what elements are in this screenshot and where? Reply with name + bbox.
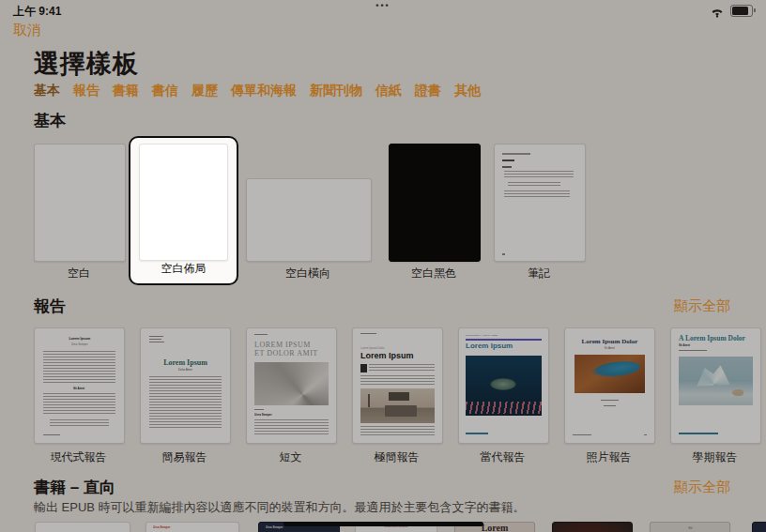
template-blank-black[interactable] [389, 144, 481, 262]
template-label: 學期報告 [670, 449, 759, 465]
template-minimalist-report[interactable]: Lorem Ipsum Dolor Lorem Ipsum [352, 327, 443, 444]
text-lines [254, 419, 329, 435]
doc-title: Lorem Ipsum [360, 351, 414, 360]
template-label: 極簡報告 [352, 449, 441, 465]
template-photo-report[interactable]: Lorem Ipsum Dolor Sit Amet [564, 327, 655, 444]
cover-title: Ursa Semper [153, 525, 182, 531]
text-lines [502, 166, 512, 168]
text-lines [254, 334, 268, 335]
text-lines [508, 182, 560, 188]
text-lines [254, 409, 264, 410]
text-lines [149, 339, 161, 340]
doc-subtitle: Sit Amet [565, 346, 654, 352]
text-lines [50, 419, 109, 427]
template-label: 空白 [34, 266, 124, 281]
template-label: 空白黑色 [389, 266, 479, 281]
doc-subtitle: Dolor Amet [141, 368, 230, 373]
page-title: 選擇樣板 [34, 47, 139, 81]
doc-subtitle: Urna Semper [35, 342, 124, 348]
template-label: 空白橫向 [246, 266, 370, 281]
text-lines [504, 190, 570, 199]
section-title-basic: 基本 [34, 110, 66, 131]
template-term-paper[interactable]: A Lorem Ipsum Dolor Sit Amet [670, 327, 761, 444]
tab-other[interactable]: 其他 [454, 83, 481, 99]
tab-reports[interactable]: 報告 [73, 83, 100, 99]
text-lines [502, 153, 530, 155]
category-tab-bar: 基本 報告 書籍 書信 履歷 傳單和海報 新聞刊物 信紙 證書 其他 [34, 83, 481, 99]
cancel-button[interactable]: 取消 [13, 22, 41, 39]
show-all-books-button[interactable]: 顯示全部 [674, 479, 730, 496]
text-lines [502, 160, 514, 161]
battery-icon [730, 5, 753, 17]
text-lines [679, 433, 718, 434]
template-essay[interactable]: LOREM IPSUM ET DOLOR AMIT Urna Semper [246, 327, 337, 444]
interior-photo [360, 388, 435, 423]
book-cover-blank[interactable] [35, 522, 130, 532]
doc-heading: Sit Amet [35, 387, 124, 392]
tab-flyers-posters[interactable]: 傳單和海報 [231, 83, 297, 99]
text-lines [360, 426, 435, 437]
section-title-reports: 報告 [34, 296, 66, 317]
book-cover-photo[interactable] [552, 522, 633, 532]
text-lines [466, 433, 488, 434]
tab-resumes[interactable]: 履歷 [192, 83, 218, 99]
doc-title: A Lorem Ipsum Dolor [679, 334, 745, 342]
text-lines [679, 350, 707, 351]
text-lines [360, 333, 376, 334]
text-lines [369, 364, 435, 372]
drop-cap [360, 364, 367, 372]
home-indicator[interactable] [283, 522, 483, 526]
text-lines [149, 342, 164, 342]
tab-books[interactable]: 書籍 [113, 83, 139, 99]
template-simple-report[interactable]: Lorem Ipsum Dolor Amet [140, 327, 231, 444]
multitask-dots-icon[interactable]: ••• [0, 1, 766, 10]
template-label: 簡易報告 [140, 449, 229, 465]
canyon-photo [574, 355, 645, 393]
iceberg-photo [679, 357, 753, 405]
template-label: 照片報告 [564, 449, 653, 465]
template-notes[interactable] [494, 144, 586, 262]
template-label: 筆記 [494, 266, 584, 281]
book-cover-basic[interactable]: Ursa Semper [146, 522, 239, 532]
doc-title: Lorem Ipsum [141, 358, 230, 367]
text-lines [43, 393, 115, 416]
text-lines [43, 351, 115, 385]
template-label: 當代報告 [458, 449, 547, 465]
accent-rule [466, 339, 542, 341]
page-number [644, 434, 647, 435]
tab-letters[interactable]: 書信 [152, 83, 178, 99]
template-blank[interactable] [34, 144, 126, 262]
text-lines [504, 171, 574, 179]
tab-basic[interactable]: 基本 [34, 83, 60, 99]
text-lines [573, 434, 591, 435]
template-page-preview [139, 144, 228, 261]
show-all-reports-button[interactable]: 顯示全部 [674, 297, 730, 315]
doc-title: Lorem Ipsum [466, 342, 513, 350]
doc-heading: Urna Semper [254, 413, 283, 418]
template-blank-layout-selected[interactable]: 空白佈局 [129, 136, 238, 285]
template-label: 空白佈局 [130, 261, 237, 277]
tab-stationery[interactable]: 信紙 [375, 83, 402, 99]
section-title-books-portrait: 書籍 – 直向 [34, 477, 115, 498]
underwater-photo [466, 356, 542, 416]
text-lines [149, 376, 222, 430]
text-lines [601, 400, 619, 401]
cover-title: Elit [651, 526, 729, 532]
doc-title: Lorem Ipsum Dolor [565, 338, 654, 345]
template-contemporary-report[interactable]: Urna Semper – Amet 14, 2022 Lorem Ipsum [458, 327, 549, 444]
tab-newsletters[interactable]: 新聞刊物 [310, 83, 362, 99]
text-lines [360, 375, 435, 386]
text-lines [149, 336, 163, 337]
section-description: 輸出 EPUB 時可以重新編排內容以適應不同的裝置和方向。最適用於主要包含文字的… [34, 499, 526, 516]
book-cover-edge[interactable] [752, 522, 766, 532]
wifi-icon [710, 5, 725, 22]
template-label: 現代式報告 [34, 449, 123, 465]
text-lines [502, 253, 505, 255]
template-blank-landscape[interactable] [246, 178, 372, 262]
architecture-photo [254, 362, 329, 405]
template-chooser-screen: 上午 9:41 ••• 取消 選擇樣板 基本 報告 書籍 書信 履歷 傳單和海報… [0, 0, 766, 532]
template-modern-report[interactable]: Lorem Ipsum Urna Semper Sit Amet [34, 327, 125, 444]
book-cover-elit[interactable]: Elit [650, 522, 730, 532]
tab-certificates[interactable]: 證書 [415, 83, 441, 99]
doc-subtitle: Sit Amet [679, 343, 697, 349]
